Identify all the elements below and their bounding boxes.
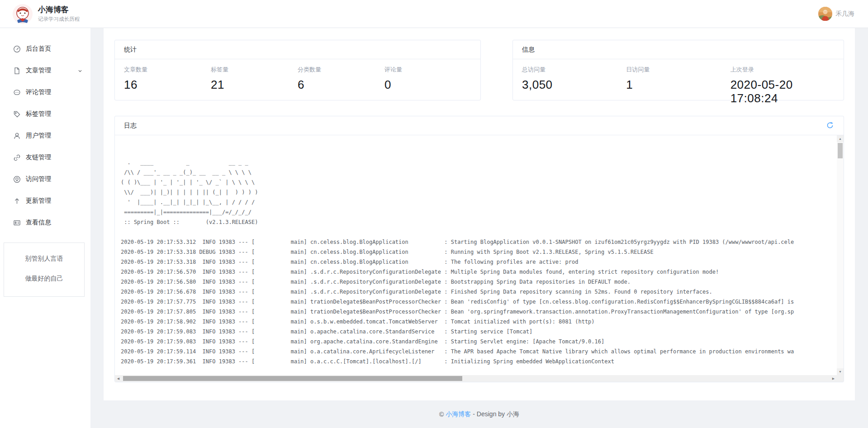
log-card-header: 日志	[115, 116, 844, 135]
stat-categories: 分类数量 6	[298, 66, 384, 91]
link-icon	[13, 154, 21, 162]
document-icon	[13, 67, 21, 75]
info-card-header: 信息	[513, 40, 844, 59]
sidebar-item-label: 评论管理	[26, 88, 51, 96]
spring-banner-line: ' |____| .__|_| |_|_| |_\__, | / / / /	[121, 197, 836, 207]
stat-label: 评论量	[384, 66, 471, 74]
spring-banner-line: :: Spring Boot :: (v2.1.3.RELEASE)	[121, 217, 836, 227]
info-card: 信息 总访问量 3,050 日访问量 1 上次登录 202	[512, 40, 844, 100]
stat-value: 16	[124, 78, 211, 91]
log-line: 2020-05-19 20:17:56.580 INFO 19383 --- […	[121, 277, 836, 287]
sidebar-item-label: 文章管理	[26, 67, 51, 75]
sidebar-item-comments[interactable]: 评论管理	[0, 81, 90, 103]
stat-value: 3,050	[522, 78, 626, 91]
log-line: 2020-05-19 20:17:57.805 INFO 19383 --- […	[121, 307, 836, 317]
id-card-icon	[13, 219, 21, 227]
stat-tags: 标签量 21	[211, 66, 298, 91]
stat-comments: 评论量 0	[384, 66, 471, 91]
log-line: 2020-05-19 20:17:56.570 INFO 19383 --- […	[121, 267, 836, 277]
dashboard-icon	[13, 45, 21, 53]
scroll-down-icon[interactable]: ▼	[837, 368, 844, 375]
stats-card-header: 统计	[115, 40, 480, 59]
log-line: 2020-05-19 20:17:53.318 INFO 19383 --- […	[121, 257, 836, 267]
sidebar: 后台首页 文章管理 评论管理 标签管理	[0, 28, 90, 428]
vertical-scrollbar[interactable]: ▲ ▼	[837, 135, 844, 375]
stat-value: 2020-05-20 17:08:24	[730, 78, 835, 105]
log-line: 2020-05-19 20:17:53.312 INFO 19383 --- […	[121, 237, 836, 247]
stat-total-visits: 总访问量 3,050	[522, 66, 626, 105]
vertical-scrollbar-thumb[interactable]	[838, 143, 843, 158]
upload-arrow-icon	[13, 197, 21, 205]
top-header: 小海博客 记录学习成长历程 禾几海	[0, 0, 868, 28]
stat-articles: 文章数量 16	[124, 66, 211, 91]
motto-line: 做最好的自己	[8, 275, 81, 283]
scroll-left-icon[interactable]: ◀	[115, 375, 122, 382]
sidebar-item-label: 后台首页	[26, 45, 51, 53]
scroll-up-icon[interactable]: ▲	[837, 135, 844, 142]
sidebar-item-articles[interactable]: 文章管理	[0, 60, 90, 81]
refresh-icon[interactable]	[826, 122, 835, 130]
spring-banner-line: /\\ / ___'_ __ _ _(_)_ __ __ _ \ \ \ \	[121, 167, 836, 177]
sidebar-item-label: 访问管理	[26, 175, 51, 183]
sidebar-item-label: 标签管理	[26, 110, 51, 118]
motto-line: 别管别人言语	[8, 255, 81, 263]
user-avatar	[818, 7, 832, 21]
content-panel: 统计 文章数量 16 标签量 21 分类数量 6	[104, 28, 855, 400]
blog-logo-avatar	[13, 4, 33, 24]
log-line: 2020-05-19 20:17:59.083 INFO 19383 --- […	[121, 327, 836, 337]
sidebar-item-update[interactable]: 更新管理	[0, 190, 90, 212]
user-menu[interactable]: 禾几海	[818, 7, 854, 21]
stat-label: 标签量	[211, 66, 298, 74]
log-line: 2020-05-19 20:17:58.902 INFO 19383 --- […	[121, 317, 836, 327]
stat-value: 0	[384, 78, 471, 91]
brand-text: 小海博客 记录学习成长历程	[38, 5, 80, 23]
sidebar-item-dashboard[interactable]: 后台首页	[0, 38, 90, 60]
stat-value: 21	[211, 78, 298, 91]
sidebar-item-links[interactable]: 友链管理	[0, 147, 90, 168]
footer-credit: - Design by 小海	[473, 410, 519, 418]
sidebar-item-visits[interactable]: 访问管理	[0, 168, 90, 190]
stat-label: 文章数量	[124, 66, 211, 74]
stats-card-title: 统计	[124, 46, 137, 54]
stat-value: 6	[298, 78, 384, 91]
stats-card: 统计 文章数量 16 标签量 21 分类数量 6	[114, 40, 481, 100]
stat-daily-visits: 日访问量 1	[626, 66, 730, 105]
user-icon	[13, 132, 21, 140]
username: 禾几海	[835, 10, 854, 18]
sidebar-item-users[interactable]: 用户管理	[0, 125, 90, 147]
stat-last-login: 上次登录 2020-05-20 17:08:24	[730, 66, 835, 105]
log-line: 2020-05-19 20:17:59.083 INFO 19383 --- […	[121, 337, 836, 347]
stat-label: 日访问量	[626, 66, 730, 74]
log-blank-line	[121, 227, 836, 237]
footer-brand-link[interactable]: 小海博客	[446, 410, 471, 418]
stat-value: 1	[626, 78, 730, 91]
log-line: 2020-05-19 20:17:59.114 INFO 19383 --- […	[121, 347, 836, 357]
spring-banner-line: =========|_|==============|___/=/_/_/_/	[121, 207, 836, 217]
sidebar-item-info[interactable]: 查看信息	[0, 212, 90, 233]
log-line: 2020-05-19 20:17:56.678 INFO 19383 --- […	[121, 287, 836, 297]
spring-banner-line: ( ( )\___ | '_ | '_| | '_ \/ _` | \ \ \ …	[121, 177, 836, 187]
log-content: . ____ _ __ _ _ /\\ / ___'_ __ _ _(_)_ _…	[121, 138, 836, 375]
log-blank-line	[121, 147, 836, 157]
page-layout: 后台首页 文章管理 评论管理 标签管理	[0, 28, 868, 428]
horizontal-scrollbar[interactable]: ◀ ▶	[115, 375, 837, 382]
sidebar-item-tags[interactable]: 标签管理	[0, 103, 90, 125]
horizontal-scrollbar-thumb[interactable]	[123, 376, 462, 381]
scroll-right-icon[interactable]: ▶	[830, 375, 837, 382]
log-blank-line	[121, 138, 836, 147]
log-card: 日志 . ____ _ __ _ _	[114, 116, 844, 382]
log-line: 2020-05-19 20:17:57.775 INFO 19383 --- […	[121, 297, 836, 307]
sidebar-item-label: 更新管理	[26, 197, 51, 205]
log-line: 2020-05-19 20:17:59.361 INFO 19383 --- […	[121, 357, 836, 366]
comment-icon	[13, 89, 21, 96]
info-card-title: 信息	[522, 46, 535, 54]
main-area: 统计 文章数量 16 标签量 21 分类数量 6	[90, 28, 868, 428]
chevron-down-icon[interactable]	[77, 68, 83, 75]
stat-label: 总访问量	[522, 66, 626, 74]
log-line: 2020-05-19 20:17:53.318 DEBUG 19383 --- …	[121, 247, 836, 257]
tag-icon	[13, 110, 21, 118]
spring-banner-line: . ____ _ __ _ _	[121, 157, 836, 167]
sidebar-motto: 别管别人言语 做最好的自己	[4, 243, 85, 297]
scrollbar-corner	[837, 375, 844, 382]
stat-label: 上次登录	[730, 66, 835, 74]
